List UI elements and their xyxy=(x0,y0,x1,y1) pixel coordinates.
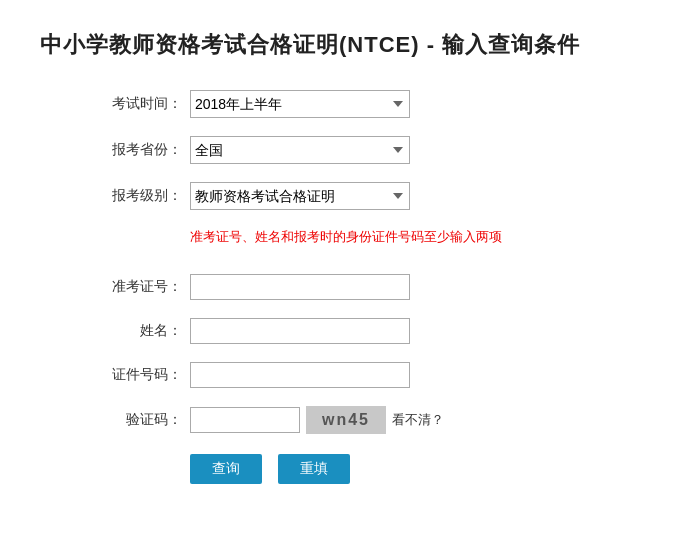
query-button[interactable]: 查询 xyxy=(190,454,262,484)
captcha-label: 验证码 xyxy=(100,411,190,429)
name-row: 姓名 xyxy=(100,318,634,344)
level-select[interactable]: 教师资格考试合格证明 幼儿园 小学 初级中学 xyxy=(190,182,410,210)
form-wrapper: 考试时间 2018年上半年 2018年下半年 2017年上半年 2017年下半年… xyxy=(100,90,634,484)
captcha-row: 验证码 wn45 看不清？ xyxy=(100,406,634,434)
province-label: 报考省份 xyxy=(100,141,190,159)
warning-text: 准考证号、姓名和报考时的身份证件号码至少输入两项 xyxy=(190,228,502,246)
exam-number-row: 准考证号 xyxy=(100,274,634,300)
id-number-row: 证件号码 xyxy=(100,362,634,388)
province-select[interactable]: 全国 北京 上海 广东 xyxy=(190,136,410,164)
page-title: 中小学教师资格考试合格证明(NTCE) - 输入查询条件 xyxy=(40,30,634,60)
captcha-text: wn45 xyxy=(322,411,370,429)
exam-time-select[interactable]: 2018年上半年 2018年下半年 2017年上半年 2017年下半年 xyxy=(190,90,410,118)
page-container: 中小学教师资格考试合格证明(NTCE) - 输入查询条件 考试时间 2018年上… xyxy=(0,0,674,559)
id-number-label: 证件号码 xyxy=(100,366,190,384)
captcha-refresh[interactable]: 看不清？ xyxy=(392,411,444,429)
id-number-input[interactable] xyxy=(190,362,410,388)
level-row: 报考级别 教师资格考试合格证明 幼儿园 小学 初级中学 xyxy=(100,182,634,210)
button-row: 查询 重填 xyxy=(190,454,634,484)
warning-row: 准考证号、姓名和报考时的身份证件号码至少输入两项 xyxy=(190,228,634,262)
exam-number-label: 准考证号 xyxy=(100,278,190,296)
reset-button[interactable]: 重填 xyxy=(278,454,350,484)
exam-time-label: 考试时间 xyxy=(100,95,190,113)
name-input[interactable] xyxy=(190,318,410,344)
captcha-input[interactable] xyxy=(190,407,300,433)
level-label: 报考级别 xyxy=(100,187,190,205)
captcha-image[interactable]: wn45 xyxy=(306,406,386,434)
exam-number-input[interactable] xyxy=(190,274,410,300)
province-row: 报考省份 全国 北京 上海 广东 xyxy=(100,136,634,164)
name-label: 姓名 xyxy=(100,322,190,340)
exam-time-row: 考试时间 2018年上半年 2018年下半年 2017年上半年 2017年下半年 xyxy=(100,90,634,118)
